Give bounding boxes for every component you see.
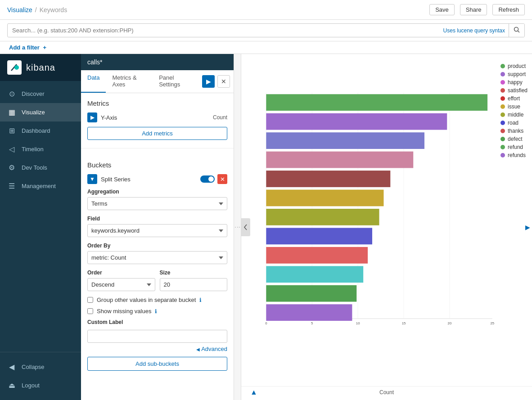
advanced-toggle[interactable]: Advanced	[196, 346, 227, 352]
order-group: Order Descend Ascend	[87, 270, 155, 291]
legend-label-thanks: thanks	[508, 128, 523, 134]
legend-dot-effort	[500, 96, 505, 101]
aggregation-select[interactable]: Terms Filters Significant Terms	[87, 197, 227, 210]
legend-label-happy: happy	[508, 79, 523, 85]
custom-label-input[interactable]	[87, 330, 227, 343]
sidebar-bottom: ◀ Collapse ⏏ Logout	[0, 352, 81, 400]
legend-dot-road	[500, 121, 505, 125]
legend-label-support: support	[508, 71, 526, 77]
add-filter-icon: +	[43, 44, 47, 51]
bar-defect[interactable]	[266, 266, 363, 283]
legend-item-satisfied: satisfied	[500, 87, 527, 94]
bar-satisfied[interactable]	[266, 152, 413, 168]
lucene-syntax-link[interactable]: Uses lucene query syntax	[440, 27, 509, 34]
panel-header: calls*	[81, 54, 234, 70]
resize-handle[interactable]: ⋮	[234, 54, 241, 400]
run-button[interactable]: ▶	[202, 75, 215, 88]
legend-dot-satisfied	[500, 88, 505, 93]
buckets-section: Buckets ▼ Split Series ✕ Aggregation Ter…	[81, 155, 234, 377]
sidebar-item-devtools[interactable]: ⚙ Dev Tools	[0, 158, 81, 177]
bar-refunds[interactable]	[266, 304, 352, 321]
show-missing-info-icon[interactable]: ℹ	[155, 308, 157, 315]
field-select[interactable]: keywords.keyword	[87, 224, 227, 237]
svg-text:25: 25	[490, 321, 494, 325]
legend-item-effort: effort	[500, 95, 527, 102]
tab-metrics-axes[interactable]: Metrics & Axes	[106, 70, 153, 93]
sidebar-item-logout-label: Logout	[22, 382, 40, 389]
close-button[interactable]: ✕	[217, 75, 230, 88]
sidebar-item-timelion-label: Timelion	[22, 146, 44, 153]
legend-dot-product	[500, 64, 505, 68]
sidebar-nav: ⊙ Discover ▦ Visualize ⊞ Dashboard ◁ Tim…	[0, 81, 81, 352]
svg-point-0	[514, 27, 518, 31]
search-button[interactable]	[509, 24, 524, 37]
add-filter-button[interactable]: Add a filter +	[7, 44, 46, 51]
sidebar-item-visualize-label: Visualize	[22, 109, 45, 116]
show-missing-row: Show missing values ℹ	[87, 308, 227, 315]
legend-label-refund: refund	[508, 144, 523, 150]
bar-support[interactable]	[266, 113, 447, 130]
save-button[interactable]: Save	[429, 4, 455, 15]
order-by-select[interactable]: metric: Count	[87, 251, 227, 264]
sidebar-item-management[interactable]: ☰ Management	[0, 177, 81, 195]
order-select[interactable]: Descend Ascend	[87, 278, 155, 291]
sidebar-item-dashboard-label: Dashboard	[22, 127, 50, 134]
legend-item-issue: issue	[500, 103, 527, 110]
legend-dot-middle	[500, 112, 505, 117]
sidebar-item-timelion[interactable]: ◁ Timelion	[0, 140, 81, 158]
size-input[interactable]	[160, 278, 228, 291]
show-missing-checkbox[interactable]	[87, 308, 93, 314]
group-other-checkbox[interactable]	[87, 297, 93, 303]
sidebar-logo-text: kibana	[26, 63, 55, 73]
search-input[interactable]	[8, 24, 440, 36]
panel-toggle-button[interactable]	[241, 218, 250, 236]
devtools-icon: ⚙	[7, 163, 16, 172]
split-series-icon[interactable]: ▼	[87, 174, 97, 184]
sidebar-item-collapse[interactable]: ◀ Collapse	[0, 358, 81, 376]
svg-text:5: 5	[311, 321, 313, 325]
y-axis-icon[interactable]: ▶	[87, 112, 97, 122]
legend-label-issue: issue	[508, 103, 520, 110]
three-dots-icon: ⋮	[234, 222, 241, 232]
tab-data[interactable]: Data	[81, 70, 106, 93]
bar-product[interactable]	[266, 94, 487, 111]
remove-bucket-button[interactable]: ✕	[217, 174, 227, 184]
bar-issue[interactable]	[266, 190, 383, 207]
chart-scroll-up-icon[interactable]: ▲	[250, 388, 257, 396]
bar-road[interactable]	[266, 228, 372, 244]
dashboard-icon: ⊞	[7, 126, 16, 135]
bar-effort[interactable]	[266, 171, 390, 187]
legend-dot-refund	[500, 145, 505, 149]
legend-label-refunds: refunds	[508, 152, 526, 158]
bar-thanks[interactable]	[266, 247, 368, 264]
tab-panel-settings[interactable]: Panel Settings	[153, 70, 198, 93]
add-metrics-button[interactable]: Add metrics	[87, 127, 227, 140]
refresh-button[interactable]: Refresh	[492, 4, 525, 15]
sidebar-item-logout[interactable]: ⏏ Logout	[0, 376, 81, 395]
legend-label-road: road	[508, 120, 518, 126]
legend-item-product: product	[500, 63, 527, 69]
group-other-info-icon[interactable]: ℹ	[199, 297, 202, 303]
bar-refund[interactable]	[266, 285, 356, 302]
legend-item-support: support	[500, 71, 527, 77]
main-layout: kibana ⊙ Discover ▦ Visualize ⊞ Dashboar…	[0, 54, 532, 400]
split-series-row: ▼ Split Series ✕	[87, 174, 227, 184]
bucket-toggle[interactable]	[200, 175, 215, 183]
sidebar-item-visualize[interactable]: ▦ Visualize	[0, 103, 81, 121]
add-sub-buckets-button[interactable]: Add sub-buckets	[87, 357, 227, 371]
sidebar-item-devtools-label: Dev Tools	[22, 164, 47, 171]
sidebar-item-discover[interactable]: ⊙ Discover	[0, 85, 81, 103]
size-group: Size	[160, 270, 228, 291]
chart-area: ▶ 0 5 10 15 20 25	[241, 54, 532, 400]
bar-happy[interactable]	[266, 132, 424, 149]
chart-svg: 0 5 10 15 20 25	[250, 58, 505, 359]
legend-label-product: product	[508, 63, 526, 69]
panel-tab-actions: ▶ ✕	[198, 70, 234, 93]
sidebar-item-dashboard[interactable]: ⊞ Dashboard	[0, 121, 81, 140]
sidebar: kibana ⊙ Discover ▦ Visualize ⊞ Dashboar…	[0, 54, 81, 400]
bar-middle[interactable]	[266, 209, 379, 225]
breadcrumb-visualize-link[interactable]: Visualize	[7, 6, 32, 13]
share-button[interactable]: Share	[460, 4, 487, 15]
discover-icon: ⊙	[7, 90, 16, 98]
expand-right-icon[interactable]: ▶	[525, 224, 530, 231]
